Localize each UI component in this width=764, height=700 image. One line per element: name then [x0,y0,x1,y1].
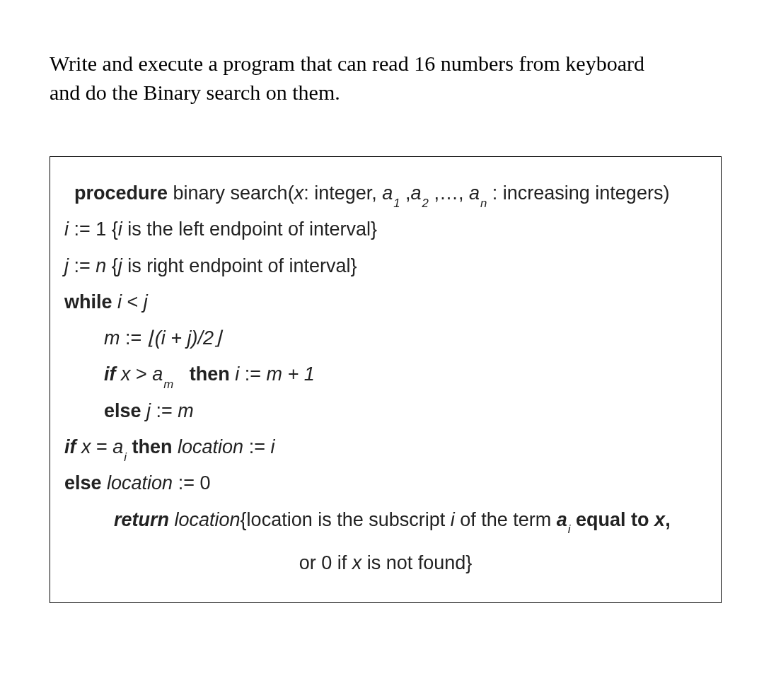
line-return: return location{location is the subscrip… [64,502,707,538]
proc-name: binary search( [168,182,294,204]
sig-a2: a [411,182,422,204]
line-j-init: j := n {j is right endpoint of interval} [64,248,707,284]
kw-if-1: if [104,363,116,385]
if1-a: a [152,363,163,385]
if1-x: x [116,363,137,385]
op-eq: = [96,436,112,457]
lit-n: n [96,255,106,276]
kw-else-2: else [64,472,102,494]
ret-x: x [654,509,665,530]
prompt-line-1: Write and execute a program that can rea… [50,52,644,75]
kw-return: return [114,509,169,530]
kw-procedure: procedure [74,182,168,204]
while-i: i [112,291,127,313]
then-loc: location [173,436,249,457]
line-or: or 0 if x is not found} [64,545,707,581]
sig-c1: , [400,182,411,204]
if2-x: x [76,436,97,457]
line-while: while i < j [64,284,707,320]
kw-then-2: then [132,436,173,457]
line-if2: if x = ai then location := i [64,429,707,465]
sig-c2: ,…, [429,182,469,204]
assign-5: := [156,400,178,421]
m-plus-1: m + 1 [267,363,315,385]
line-i-init: i := 1 {i is the left endpoint of interv… [64,211,707,247]
proc-header-line: procedure binary search(x: integer, a1 ,… [64,175,707,211]
m-rhs: ⌊(i + j)/2⌋ [147,327,221,349]
sig-x: x [294,182,304,204]
ret-a: a [557,509,567,530]
assign-4: := [245,363,267,385]
ret-eq: equal to [571,509,655,530]
sig-inc: : increasing integers) [487,182,669,204]
kw-then-1: then [190,363,230,385]
comment-i-rest: is the left endpoint of interval} [122,218,377,240]
then-i: i [230,363,245,385]
pseudocode-box: procedure binary search(x: integer, a1 ,… [50,156,722,603]
op-gt: > [136,363,152,385]
sub-n: n [480,197,487,210]
ret-open: {location is the subscript [241,509,451,530]
document-page: Write and execute a program that can rea… [0,0,764,631]
ret-loc: location [169,509,241,530]
assign-3: := [120,327,147,349]
sub-i: i [123,450,127,464]
line-m: m := ⌊(i + j)/2⌋ [64,320,707,356]
ret-comma: , [665,509,671,530]
sig-a1: a [382,182,393,204]
else-m: m [178,400,194,421]
sub-2: 2 [422,197,429,210]
or-post: is not found} [361,552,472,573]
sub-m: m [163,378,173,391]
var-m: m [104,327,120,349]
while-j: j [144,291,148,313]
assign-2: := [69,255,96,276]
line-if1: if x > am then i := m + 1 [64,356,707,392]
sig-a3: a [469,182,480,204]
ret-sub-i: i [567,523,571,536]
op-lt: < [127,291,144,313]
comment-j-rest: is right endpoint of interval} [122,255,357,276]
lit-1: 1 { [96,218,118,240]
assign-6: := [249,436,271,457]
kw-while: while [64,291,112,313]
line-else1: else j := m [64,393,707,429]
lit-zero: 0 [199,472,210,494]
question-prompt: Write and execute a program that can rea… [50,49,722,107]
assign-7: := [178,472,200,494]
j-open: { [106,255,118,276]
sub-1: 1 [393,197,400,210]
prompt-line-2: and do the Binary search on them. [50,81,340,104]
line-else2: else location := 0 [64,465,707,501]
if2-a: a [112,436,123,457]
loc-i: i [270,436,274,457]
or-pre: or 0 if [299,552,352,573]
sig-int: : integer, [303,182,382,204]
or-x: x [352,552,362,573]
kw-if-2: if [64,436,76,457]
kw-else-1: else [104,400,141,421]
assign-1: := [69,218,96,240]
ret-mid: of the term [455,509,557,530]
else-j: j [141,400,156,421]
else-loc: location [102,472,178,494]
